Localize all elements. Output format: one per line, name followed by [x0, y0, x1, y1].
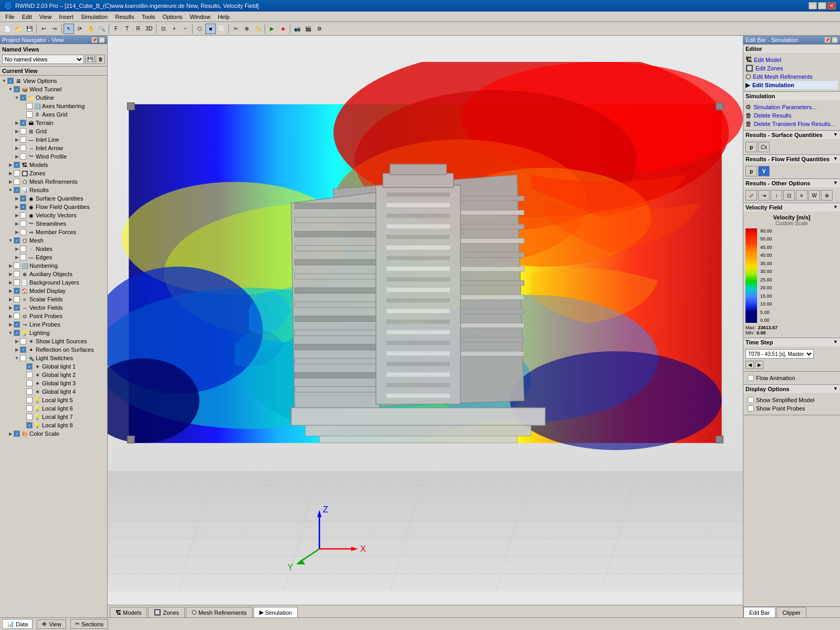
tree-item-local-light-5[interactable]: 💡Local light 5	[1, 396, 106, 404]
tree-item-global-light-4[interactable]: ☀Global light 4	[1, 387, 106, 396]
tree-checkbox-flow-field-quantities[interactable]: ✓	[20, 204, 26, 210]
surface-btn-p[interactable]: p	[746, 142, 757, 152]
tree-expand-local-light-8[interactable]	[20, 422, 26, 428]
tree-checkbox-background-layers[interactable]	[14, 279, 20, 286]
timestep-collapse[interactable]: ▼	[833, 339, 838, 345]
tb-new[interactable]: 📄	[2, 24, 13, 34]
tree-checkbox-local-light-8[interactable]: ✓	[26, 422, 33, 428]
tree-item-local-light-6[interactable]: 💡Local light 6	[1, 404, 106, 413]
tree-checkbox-terrain[interactable]: ✓	[20, 120, 26, 126]
tree-item-color-scale[interactable]: ▶✓🎨Color Scale	[1, 429, 106, 438]
tree-item-vector-fields[interactable]: ▶✓→Vector Fields	[1, 303, 106, 312]
timestep-next[interactable]: ▶	[755, 361, 763, 369]
tree-checkbox-global-light-4[interactable]	[26, 388, 33, 395]
tab-zones[interactable]: 🔲 Zones	[148, 607, 185, 617]
tree-item-numbering[interactable]: ▶🔢Numbering	[1, 261, 106, 270]
tree-expand-local-light-7[interactable]	[20, 414, 26, 420]
flow-btn-p[interactable]: p	[746, 166, 757, 176]
other-btn-1[interactable]: ⤢	[746, 190, 757, 201]
rp-pin[interactable]: 📌	[824, 37, 831, 43]
tree-checkbox-results[interactable]: ✓	[14, 187, 20, 193]
tree-item-global-light-2[interactable]: ☀Global light 2	[1, 371, 106, 379]
surface-collapse[interactable]: ▼	[833, 132, 838, 138]
menu-options[interactable]: Options	[160, 13, 186, 21]
delete-transient-label[interactable]: Delete Transient Flow Results...	[754, 121, 835, 127]
status-tab-view[interactable]: 👁 View	[37, 620, 66, 629]
tree-expand-axes-numbering[interactable]	[20, 103, 26, 109]
tb-run[interactable]: ▶	[267, 24, 277, 34]
tree-item-axes-grid[interactable]: #Axes Grid	[1, 110, 106, 119]
tree-item-velocity-vectors[interactable]: ▶◉Velocity Vectors	[1, 211, 106, 219]
tb-solid[interactable]: ■	[205, 24, 216, 34]
tree-expand-streamlines[interactable]: ▶	[14, 220, 20, 227]
tb-redo[interactable]: ↪	[49, 24, 60, 34]
tree-expand-edges[interactable]: ▶	[14, 254, 20, 260]
show-point-probes-checkbox[interactable]	[748, 405, 754, 412]
tree-expand-numbering[interactable]: ▶	[7, 262, 14, 269]
delete-results-label[interactable]: Delete Results	[754, 112, 792, 119]
tb-screenshot[interactable]: 📷	[292, 24, 302, 34]
tree-expand-show-light-sources[interactable]: ▶	[14, 338, 20, 344]
tree-checkbox-lighting[interactable]: ✓	[14, 330, 20, 336]
tree-checkbox-local-light-5[interactable]	[26, 397, 33, 403]
tab-clipper[interactable]: Clipper	[776, 607, 806, 617]
tree-item-lighting[interactable]: ▼✓💡Lighting	[1, 329, 106, 337]
menu-window[interactable]: Window	[187, 13, 214, 21]
tree-checkbox-velocity-vectors[interactable]	[20, 212, 26, 218]
tree-expand-velocity-vectors[interactable]: ▶	[14, 212, 20, 218]
tree-expand-global-light-2[interactable]	[20, 372, 26, 378]
menu-tools[interactable]: Tools	[139, 13, 159, 21]
tb-probe[interactable]: ⊕	[242, 24, 252, 34]
tree-item-show-light-sources[interactable]: ▶☀Show Light Sources	[1, 337, 106, 345]
minimize-button[interactable]: ─	[808, 2, 817, 9]
tree-expand-member-forces[interactable]: ▶	[14, 229, 20, 235]
menu-edit[interactable]: Edit	[19, 13, 35, 21]
tree-checkbox-show-light-sources[interactable]	[20, 338, 26, 344]
tb-wireframe[interactable]: ⬡	[194, 24, 205, 34]
tree-expand-auxiliary-objects[interactable]: ▶	[7, 271, 14, 277]
tree-expand-scalar-fields[interactable]: ▶	[7, 296, 14, 302]
viewport[interactable]: Z X Y 🏗 Models 🔲 Zones ⬡	[108, 36, 743, 617]
tree-checkbox-wind-tunnel[interactable]: ✓	[14, 86, 20, 92]
tree-expand-wind-tunnel[interactable]: ▼	[7, 86, 14, 92]
tree-item-global-light-1[interactable]: ✓☀Global light 1	[1, 362, 106, 371]
tree-item-wind-tunnel[interactable]: ▼✓📦Wind Tunnel	[1, 85, 106, 93]
tree-expand-background-layers[interactable]: ▶	[7, 279, 14, 286]
tree-item-view-options[interactable]: ▼✓🖥View Options	[1, 77, 106, 85]
tree-checkbox-auxiliary-objects[interactable]	[14, 271, 20, 277]
tree-expand-reflection-on-surfaces[interactable]: ▶	[14, 346, 20, 353]
tree-checkbox-global-light-2[interactable]	[26, 372, 33, 378]
tree-item-flow-field-quantities[interactable]: ▶✓◉Flow Field Quantities	[1, 203, 106, 211]
tree-checkbox-member-forces[interactable]	[20, 229, 26, 235]
maximize-button[interactable]: □	[818, 2, 826, 9]
tree-checkbox-global-light-1[interactable]: ✓	[26, 363, 33, 370]
tree-checkbox-numbering[interactable]	[14, 262, 20, 269]
tab-simulation[interactable]: ▶ Simulation	[254, 607, 298, 617]
flow-collapse[interactable]: ▼	[833, 156, 838, 162]
tree-expand-light-switches[interactable]: ▼	[14, 355, 20, 361]
tree-expand-mesh-refinements[interactable]: ▶	[7, 178, 14, 185]
tb-undo[interactable]: ↩	[38, 24, 49, 34]
tree-checkbox-zones[interactable]	[14, 170, 20, 176]
tb-edges-mode[interactable]: ⬜	[216, 24, 227, 34]
tb-fit[interactable]: ⊡	[158, 24, 169, 34]
tree-item-streamlines[interactable]: ▶〜Streamlines	[1, 219, 106, 228]
tree-item-zones[interactable]: ▶🔲Zones	[1, 169, 106, 177]
tree-checkbox-local-light-6[interactable]	[26, 405, 33, 412]
timestep-select[interactable]: T078 - 43.51 [s], Master	[746, 349, 814, 359]
tree-expand-global-light-3[interactable]	[20, 380, 26, 386]
edit-zones-label[interactable]: Edit Zones	[755, 65, 783, 71]
tree-expand-grid[interactable]: ▶	[14, 128, 20, 134]
tree-checkbox-mesh[interactable]: ✓	[14, 237, 20, 244]
menu-file[interactable]: File	[2, 13, 18, 21]
tree-expand-surface-quantities[interactable]: ▶	[14, 195, 20, 202]
tree-checkbox-point-probes[interactable]	[14, 313, 20, 319]
tree-expand-point-probes[interactable]: ▶	[7, 313, 14, 319]
tb-open[interactable]: 📂	[13, 24, 24, 34]
tree-expand-terrain[interactable]: ▶	[14, 120, 20, 126]
tree-checkbox-global-light-3[interactable]	[26, 380, 33, 386]
tree-checkbox-reflection-on-surfaces[interactable]: ✓	[20, 346, 26, 353]
panel-pin-button[interactable]: 📌	[91, 37, 98, 43]
tree-checkbox-grid[interactable]	[20, 128, 26, 134]
tree-expand-lighting[interactable]: ▼	[7, 330, 14, 336]
